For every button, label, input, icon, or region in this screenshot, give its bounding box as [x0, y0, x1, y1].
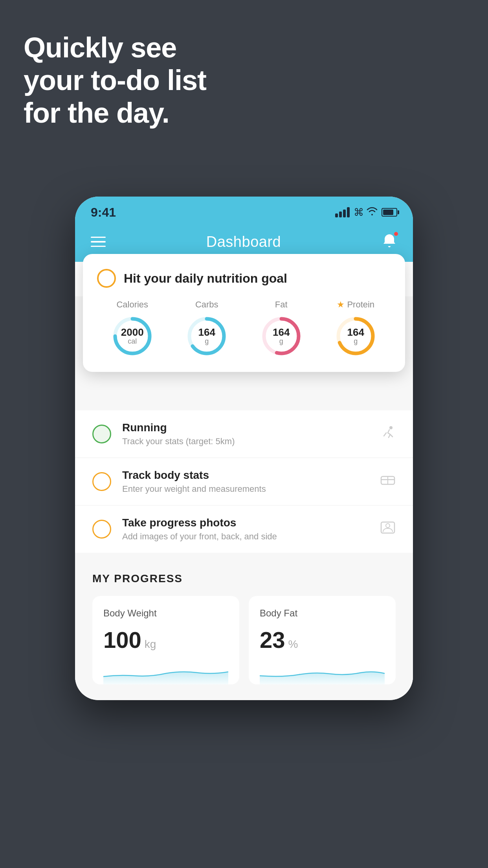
body-fat-value-wrapper: 23 %: [260, 627, 385, 653]
calories-value: 2000: [121, 327, 144, 337]
progress-section-title: MY PROGRESS: [92, 572, 396, 585]
todo-subtitle-progress-photos: Add images of your front, back, and side: [122, 531, 369, 542]
todo-circle-running: [92, 425, 111, 443]
carbs-label: Carbs: [195, 300, 218, 310]
hero-heading: Quickly see your to-do list for the day.: [24, 31, 206, 129]
phone-frame: 9:41 ⌘: [75, 197, 413, 700]
fat-ring: 164 g: [260, 314, 303, 358]
phone-mockup: 9:41 ⌘: [75, 197, 413, 700]
notification-bell[interactable]: [382, 233, 397, 251]
body-fat-unit: %: [288, 638, 298, 651]
carbs-ring: 164 g: [185, 314, 228, 358]
svg-point-13: [386, 524, 390, 528]
body-weight-title: Body Weight: [103, 608, 228, 619]
macro-fat: Fat 164 g: [260, 300, 303, 358]
todo-text-running: Running Track your stats (target: 5km): [122, 421, 369, 447]
phone-content: THINGS TO DO TODAY Hit your daily nutrit…: [75, 262, 413, 700]
body-weight-card: Body Weight 100 kg: [92, 596, 239, 684]
person-icon: [380, 521, 396, 537]
svg-point-8: [389, 426, 393, 429]
body-weight-chart: [103, 661, 228, 684]
todo-title-running: Running: [122, 421, 369, 434]
todo-list: Running Track your stats (target: 5km): [75, 410, 413, 553]
protein-ring: 164 g: [334, 314, 377, 358]
progress-cards: Body Weight 100 kg: [92, 596, 396, 684]
calories-ring: 2000 cal: [111, 314, 154, 358]
nutrition-card: Hit your daily nutrition goal Calories: [83, 254, 405, 372]
todo-circle-body-stats: [92, 472, 111, 491]
nutrition-macros: Calories 2000 cal: [97, 300, 391, 358]
macro-protein: ★ Protein 164 g: [334, 300, 377, 358]
todo-text-progress-photos: Take progress photos Add images of your …: [122, 517, 369, 542]
protein-unit: g: [347, 337, 364, 346]
fat-value: 164: [273, 327, 290, 337]
body-fat-title: Body Fat: [260, 608, 385, 619]
status-bar: 9:41 ⌘: [75, 197, 413, 225]
macro-calories: Calories 2000 cal: [111, 300, 154, 358]
nutrition-card-header: Hit your daily nutrition goal: [97, 269, 391, 288]
body-fat-card: Body Fat 23 %: [249, 596, 396, 684]
battery-icon: [382, 208, 397, 217]
macro-carbs: Carbs 164 g: [185, 300, 228, 358]
fat-unit: g: [273, 337, 290, 346]
todo-title-body-stats: Track body stats: [122, 469, 369, 482]
todo-item-progress-photos[interactable]: Take progress photos Add images of your …: [75, 506, 413, 553]
carbs-value: 164: [198, 327, 215, 337]
body-weight-number: 100: [103, 627, 141, 653]
notification-dot: [393, 231, 399, 237]
body-fat-number: 23: [260, 627, 285, 653]
status-icons: ⌘: [335, 206, 397, 219]
protein-value: 164: [347, 327, 364, 337]
status-time: 9:41: [91, 205, 116, 220]
task-circle-nutrition: [97, 269, 116, 288]
todo-item-body-stats[interactable]: Track body stats Enter your weight and m…: [75, 458, 413, 506]
body-fat-chart: [260, 661, 385, 684]
body-weight-unit: kg: [145, 638, 156, 651]
todo-subtitle-running: Track your stats (target: 5km): [122, 436, 369, 447]
signal-icon: [335, 207, 350, 217]
todo-item-running[interactable]: Running Track your stats (target: 5km): [75, 410, 413, 458]
protein-label: ★ Protein: [337, 300, 374, 310]
todo-subtitle-body-stats: Enter your weight and measurements: [122, 484, 369, 494]
body-weight-value-wrapper: 100 kg: [103, 627, 228, 653]
nutrition-title: Hit your daily nutrition goal: [124, 271, 287, 286]
fat-label: Fat: [275, 300, 288, 310]
todo-circle-progress-photos: [92, 520, 111, 539]
scale-icon: [380, 473, 396, 490]
star-icon: ★: [337, 300, 345, 310]
progress-section: MY PROGRESS Body Weight 100 kg: [75, 553, 413, 700]
todo-title-progress-photos: Take progress photos: [122, 517, 369, 529]
hamburger-menu[interactable]: [91, 237, 106, 247]
carbs-unit: g: [198, 337, 215, 346]
calories-unit: cal: [121, 337, 144, 346]
calories-label: Calories: [116, 300, 148, 310]
nav-title: Dashboard: [206, 234, 281, 250]
todo-text-body-stats: Track body stats Enter your weight and m…: [122, 469, 369, 494]
running-icon: [380, 426, 396, 442]
wifi-icon: ⌘: [354, 206, 378, 219]
